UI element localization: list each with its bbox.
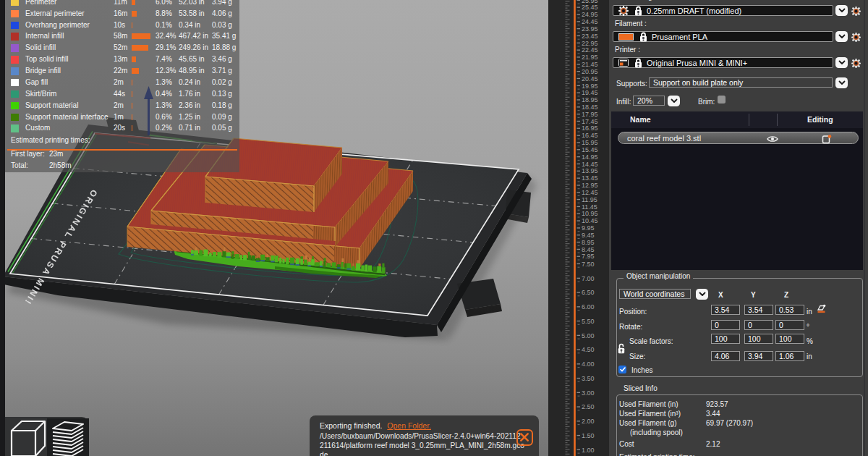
svg-text:16.45: 16.45 [582,132,598,139]
svg-text:9.45: 9.45 [582,232,595,239]
svg-text:21.95: 21.95 [582,54,598,61]
svg-text:4.50: 4.50 [582,346,595,353]
svg-text:14.95: 14.95 [582,153,598,161]
svg-text:6.00: 6.00 [582,303,595,311]
svg-text:7.00: 7.00 [582,275,595,282]
svg-text:3.50: 3.50 [582,375,595,382]
svg-text:10.45: 10.45 [582,217,598,224]
svg-text:19.45: 19.45 [582,89,598,96]
svg-text:9.95: 9.95 [582,224,595,232]
svg-text:1.00: 1.00 [582,447,595,454]
svg-text:18.45: 18.45 [582,104,598,111]
svg-text:23.45: 23.45 [582,33,598,40]
svg-text:2.50: 2.50 [582,403,595,410]
svg-text:12.45: 12.45 [582,189,598,196]
svg-text:8.45: 8.45 [582,246,595,253]
svg-text:5.50: 5.50 [582,318,595,325]
svg-text:24.45: 24.45 [582,18,598,25]
svg-text:23.95: 23.95 [582,25,598,33]
svg-text:5.00: 5.00 [582,332,595,339]
svg-text:15.45: 15.45 [582,146,598,153]
svg-text:10.95: 10.95 [582,210,598,217]
svg-text:17.95: 17.95 [582,111,598,118]
svg-text:15.95: 15.95 [582,139,598,146]
svg-text:4.00: 4.00 [582,360,595,368]
svg-text:7.50: 7.50 [582,261,595,268]
svg-text:11.45: 11.45 [582,203,597,211]
svg-text:19.95: 19.95 [582,83,598,90]
svg-text:25.45: 25.45 [582,4,598,11]
svg-text:8.95: 8.95 [582,239,595,246]
svg-text:20.45: 20.45 [582,75,598,83]
svg-text:16.95: 16.95 [582,124,598,132]
svg-text:22.95: 22.95 [582,40,598,47]
svg-text:7.95: 7.95 [582,253,595,260]
svg-text:11.95: 11.95 [582,196,597,203]
svg-text:20.95: 20.95 [582,68,598,75]
svg-text:17.45: 17.45 [582,118,598,125]
svg-text:13.95: 13.95 [582,167,598,174]
svg-text:22.45: 22.45 [582,46,598,54]
svg-text:21.45: 21.45 [582,61,598,68]
svg-text:14.45: 14.45 [582,161,598,168]
svg-text:6.50: 6.50 [582,289,595,296]
svg-text:2.00: 2.00 [582,418,595,425]
svg-text:13.45: 13.45 [582,174,598,182]
svg-text:18.95: 18.95 [582,96,598,104]
svg-text:12.95: 12.95 [582,182,598,189]
svg-text:3.00: 3.00 [582,389,595,397]
svg-text:1.50: 1.50 [582,432,595,439]
svg-text:24.95: 24.95 [582,11,598,18]
